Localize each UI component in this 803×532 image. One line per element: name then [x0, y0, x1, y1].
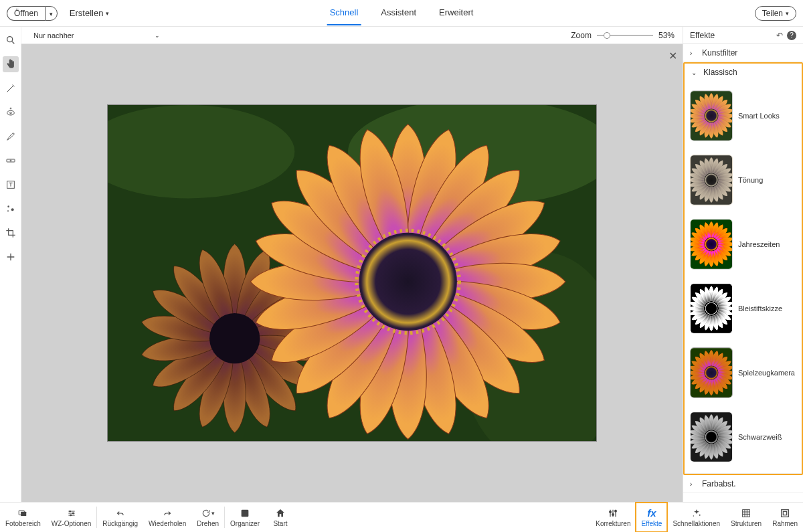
- chevron-right-icon: ›: [690, 480, 697, 488]
- svg-point-4: [7, 37, 12, 42]
- home-icon: [275, 508, 286, 519]
- close-image-button[interactable]: ✕: [668, 50, 677, 62]
- frame-icon: [780, 508, 790, 519]
- section-klassisch[interactable]: ⌄ Klassisch Smart LooksTönungJahreszeite…: [685, 64, 802, 474]
- options-icon: [66, 508, 78, 519]
- bottom-rueckgaengig[interactable]: Rückgängig: [97, 503, 143, 532]
- reset-icon[interactable]: ↶: [776, 31, 783, 40]
- svg-rect-23: [242, 509, 249, 517]
- section-farbabst[interactable]: › Farbabst.: [683, 475, 803, 493]
- open-dropdown-icon[interactable]: ▾: [45, 6, 58, 21]
- chevron-down-icon: ⌄: [155, 32, 160, 39]
- zoom-label: Zoom: [571, 31, 592, 40]
- svg-point-6: [7, 110, 14, 115]
- bottom-drehen[interactable]: ▾Drehen: [191, 503, 224, 532]
- svg-point-26: [615, 510, 617, 512]
- effect-label: Jahreszeiten: [738, 240, 780, 248]
- chevron-down-icon: ▾: [106, 10, 109, 17]
- type-tool[interactable]: [3, 177, 19, 193]
- svg-rect-31: [783, 511, 786, 515]
- effect-label: Schwarzweiß: [738, 433, 782, 441]
- effect-smart-looks[interactable]: Smart Looks: [690, 84, 798, 148]
- move-tool[interactable]: [3, 249, 19, 265]
- whiten-tool[interactable]: [3, 128, 19, 145]
- hand-tool[interactable]: [3, 56, 19, 72]
- effect-label: Spielzeugkamera: [738, 369, 795, 377]
- redeye-tool[interactable]: [3, 104, 19, 120]
- create-menu[interactable]: Erstellen ▾: [70, 8, 110, 18]
- svg-point-9: [10, 160, 11, 161]
- svg-rect-19: [21, 511, 26, 515]
- bottom-fotobereich[interactable]: Fotobereich: [0, 503, 46, 532]
- chevron-down-icon: ▾: [786, 10, 789, 17]
- quick-select-tool[interactable]: [3, 80, 19, 96]
- zoom-slider-handle[interactable]: [604, 32, 610, 39]
- effect-spielzeugkamera[interactable]: Spielzeugkamera: [690, 341, 798, 405]
- svg-point-24: [610, 511, 612, 513]
- svg-point-20: [69, 511, 70, 512]
- svg-point-27: [699, 514, 700, 515]
- effect-label: Bleistiftskizze: [738, 304, 782, 313]
- zoom-tool[interactable]: [3, 32, 19, 48]
- bottom-schnellaktionen[interactable]: Schnellaktionen: [667, 503, 725, 532]
- bottom-strukturen[interactable]: Strukturen: [725, 503, 767, 532]
- crop-tool[interactable]: [3, 225, 19, 241]
- zoom-slider[interactable]: [597, 35, 653, 36]
- effects-panel-title: Effekte: [690, 31, 715, 40]
- svg-point-13: [7, 210, 9, 211]
- zoom-value: 53%: [658, 31, 675, 40]
- svg-point-21: [72, 513, 74, 514]
- redo-icon: [162, 508, 173, 519]
- bottom-korrekturen[interactable]: Korrekturen: [590, 503, 636, 532]
- svg-line-5: [12, 41, 14, 43]
- sliders-icon: [608, 508, 618, 519]
- effect-toenung[interactable]: Tönung: [690, 148, 798, 212]
- chevron-right-icon: ›: [690, 50, 697, 57]
- effect-schwarzweiss[interactable]: Schwarzweiß: [690, 405, 798, 469]
- undo-icon: [115, 508, 126, 519]
- tab-guided[interactable]: Assistent: [378, 1, 419, 25]
- svg-point-11: [7, 205, 9, 207]
- svg-rect-30: [782, 509, 789, 517]
- help-icon[interactable]: ?: [787, 31, 796, 40]
- bottom-wiederholen[interactable]: Wiederholen: [143, 503, 191, 532]
- bottom-effekte[interactable]: fxEffekte: [636, 503, 667, 532]
- effect-thumb: [690, 412, 733, 462]
- svg-point-22: [70, 515, 72, 516]
- svg-rect-29: [743, 509, 750, 517]
- organizer-icon: [240, 508, 250, 519]
- svg-point-25: [612, 513, 614, 515]
- effect-thumb: [690, 155, 733, 205]
- open-button[interactable]: Öffnen ▾: [7, 6, 58, 21]
- fx-icon: fx: [647, 508, 656, 519]
- section-kunstfilter[interactable]: › Kunstfilter: [683, 44, 803, 62]
- effect-thumb: [690, 90, 733, 141]
- view-mode-dropdown[interactable]: Nur nachher ⌄: [29, 31, 160, 39]
- svg-point-7: [9, 112, 11, 114]
- tab-expert[interactable]: Erweitert: [436, 1, 476, 25]
- sparkles-icon: [691, 508, 702, 519]
- effect-thumb: [690, 347, 733, 398]
- straighten-tool[interactable]: [3, 153, 19, 169]
- tab-quick[interactable]: Schnell: [327, 1, 361, 25]
- effect-jahreszeiten[interactable]: Jahreszeiten: [690, 212, 798, 276]
- texture-icon: [741, 508, 751, 519]
- bottom-organizer[interactable]: Organizer: [225, 503, 265, 532]
- bottom-wz-optionen[interactable]: WZ-Optionen: [46, 503, 96, 532]
- share-button[interactable]: Teilen ▾: [755, 6, 796, 21]
- bottom-start[interactable]: Start: [265, 503, 296, 532]
- chevron-down-icon: ⌄: [691, 69, 698, 76]
- svg-point-12: [11, 208, 13, 211]
- spot-heal-tool[interactable]: [3, 201, 19, 217]
- photos-icon: [17, 508, 29, 519]
- effect-label: Smart Looks: [738, 112, 780, 120]
- effect-label: Tönung: [738, 176, 763, 184]
- effect-bleistiftskizze[interactable]: Bleistiftskizze: [690, 276, 798, 341]
- effect-thumb: [690, 219, 733, 270]
- rotate-icon: ▾: [201, 508, 215, 519]
- svg-point-28: [693, 515, 693, 516]
- effect-thumb: [690, 283, 733, 334]
- canvas-image[interactable]: [107, 104, 597, 442]
- bottom-rahmen[interactable]: Rahmen: [767, 503, 803, 532]
